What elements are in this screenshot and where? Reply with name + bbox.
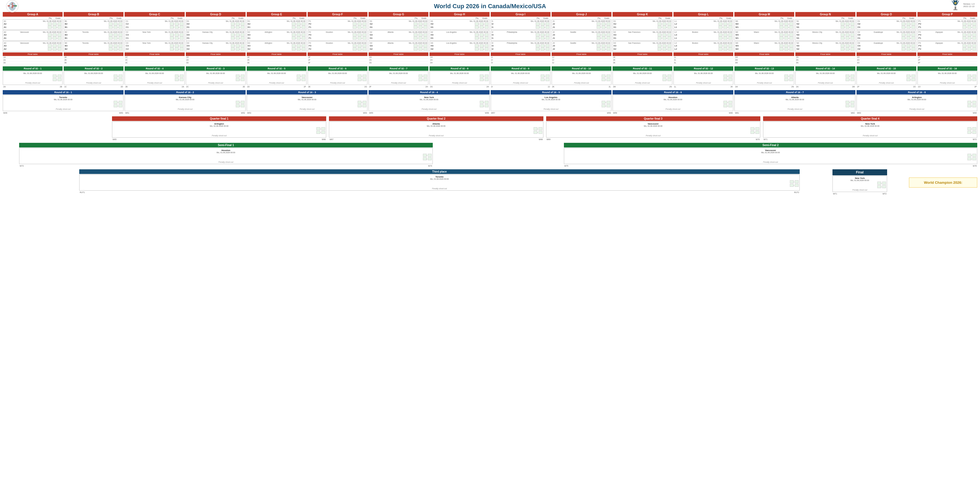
match-box: E3ArlingtonMo, 01.06.2026 00:00E3:-E2:-: [247, 41, 307, 52]
match-box: A1Mo, 01.06.2026 00:00A2:-A1:-: [3, 19, 62, 30]
match-box: L3BostonMo, 01.06.2026 00:00L3:-L2:-: [673, 41, 733, 52]
final-block: FinalNew YorkMo, 01.06.2026 00:00--Penal…: [832, 169, 887, 195]
page: 2 6 World Cup 2026 in Canada/Mexico/USA …: [0, 0, 980, 200]
round-block: Round of 16 - 7AtlantaMo, 01.06.2026 00:…: [734, 90, 855, 114]
group-O: Group OPts.GoalsO1Mo, 01.06.2026 00:00O2…: [856, 12, 916, 64]
svg-point-9: [954, 2, 956, 4]
match-box: J2SeattleMo, 01.06.2026 00:00J3:-J1:-: [552, 30, 611, 41]
match-box: P1Mo, 01.06.2026 00:00P2:-P1:-: [918, 19, 977, 30]
match-box: I1Mo, 01.06.2026 00:00I2:-I1:-: [491, 19, 550, 30]
match-box: F2HoustonMo, 01.06.2026 00:00F3:-F1:-: [308, 30, 368, 41]
group-I: Group IPts.GoalsI1Mo, 01.06.2026 00:00I2…: [491, 12, 550, 64]
round-block: Round of 32 - 5Mo, 01.06.2026 00:00--Pen…: [247, 67, 307, 88]
match-box: O3GuadalupeMo, 01.06.2026 00:00O3:-O2:-: [856, 41, 916, 52]
group-C: Group CPts.GoalsC1Mo, 01.06.2026 00:00C2…: [124, 12, 185, 64]
round-block: Round of 16 - 5Los AngelesMo, 01.06.2026…: [491, 90, 611, 114]
round-block: Round of 32 - 7Mo, 01.06.2026 00:00--Pen…: [369, 67, 428, 88]
version-info: Niclass: 1.0 2022-12-13: [963, 3, 975, 8]
match-box: G2AtlantaMo, 01.06.2026 00:00G3:-G1:-: [369, 30, 428, 41]
match-box: C2New YorkMo, 01.06.2026 00:00C3:-C1:-: [124, 30, 185, 41]
page-title: World Cup 2026 in Canada/Mexico/USA: [434, 3, 546, 10]
match-box: H3Los AngelesMo, 01.06.2026 00:00H3:-H2:…: [430, 41, 489, 52]
match-box: P2ZapopanMo, 01.06.2026 00:00P3:-P1:-: [918, 30, 977, 41]
round-block: Quarter final 4New YorkMo, 01.06.2026 00…: [763, 116, 977, 141]
round-block: Round of 32 - 11Mo, 01.06.2026 00:00--Pe…: [612, 67, 672, 88]
trophy-icon: [950, 0, 961, 13]
svg-rect-4: [8, 5, 10, 6]
match-box: J3SeattleMo, 01.06.2026 00:00J3:-J2:-: [552, 41, 611, 52]
match-box: F1Mo, 01.06.2026 00:00F2:-F1:-: [308, 19, 368, 30]
round-block: Semi-Final 2VancouverMo, 01.06.2026 00:0…: [564, 143, 978, 167]
round-block: Round of 16 - 4New YorkMo, 01.06.2026 00…: [369, 90, 489, 114]
match-box: N1Mo, 01.06.2026 00:00N2:-N1:-: [795, 19, 855, 30]
match-box: N3Mexico CityMo, 01.06.2026 00:00N3:-N2:…: [795, 41, 855, 52]
round32-section: Round of 32 - 1Mo, 01.06.2026 00:00--Pen…: [3, 67, 977, 88]
round-block: Round of 32 - 6Mo, 01.06.2026 00:00--Pen…: [308, 67, 368, 88]
match-box: O2GuadalupeMo, 01.06.2026 00:00O3:-O1:-: [856, 30, 916, 41]
match-box: K3San FranciscoMo, 01.06.2026 00:00K3:-K…: [612, 41, 672, 52]
quarterfinals-section: Quarter final 1ArlingtonMo, 01.06.2026 0…: [3, 116, 977, 141]
round-block: Quarter final 2AtlantaMo, 01.06.2026 00:…: [329, 116, 543, 141]
match-box: L1Mo, 01.06.2026 00:00L2:-L1:-: [673, 19, 733, 30]
match-box: D2Kansas CityMo, 01.06.2026 00:00D3:-D1:…: [186, 30, 246, 41]
round-block: Quarter final 1ArlingtonMo, 01.06.2026 0…: [112, 116, 326, 141]
round-block: Round of 32 - 2Mo, 01.06.2026 00:00--Pen…: [64, 67, 124, 88]
match-box: J1Mo, 01.06.2026 00:00J2:-J1:-: [552, 19, 611, 30]
round-block: Round of 32 - 8Mo, 01.06.2026 00:00--Pen…: [430, 67, 489, 88]
match-box: G1Mo, 01.06.2026 00:00G2:-G1:-: [369, 19, 428, 30]
round-block: Round of 32 - 3Mo, 01.06.2026 00:00--Pen…: [186, 67, 246, 88]
group-M: Group MPts.GoalsM1Mo, 01.06.2026 00:00M2…: [734, 12, 794, 64]
match-box: E1Mo, 01.06.2026 00:00E2:-E1:-: [247, 19, 307, 30]
match-box: C1Mo, 01.06.2026 00:00C2:-C1:-: [124, 19, 185, 30]
match-box: C3New YorkMo, 01.06.2026 00:00C3:-C2:-: [124, 41, 185, 52]
round-block: Round of 32 - 14Mo, 01.06.2026 00:00--Pe…: [795, 67, 855, 88]
match-box: A3VancouverMo, 01.06.2026 00:00A3:-A2:-: [3, 41, 62, 52]
match-box: B3TorontoMo, 01.06.2026 00:00B3:-B2:-: [64, 41, 124, 52]
match-box: N2Mexico CityMo, 01.06.2026 00:00N3:-N1:…: [795, 30, 855, 41]
round-block: Round of 32 - 9Mo, 01.06.2026 00:00--Pen…: [491, 67, 550, 88]
group-D: Group DPts.GoalsD1Mo, 01.06.2026 00:00D2…: [186, 12, 246, 64]
match-box: I3PhiladelphiaMo, 01.06.2026 00:00I3:-I2…: [491, 41, 550, 52]
group-A: Group APts.GoalsA1Mo, 01.06.2026 00:00A2…: [3, 12, 62, 64]
match-box: M2MiamiMo, 01.06.2026 00:00M3:-M1:-: [734, 30, 794, 41]
match-box: B2TorontoMo, 01.06.2026 00:00B3:-B1:-: [64, 30, 124, 41]
round-block: Round of 32 - 15Mo, 01.06.2026 00:00--Pe…: [856, 67, 916, 88]
round-block: Round of 32 - 16Mo, 01.06.2026 00:00--Pe…: [918, 67, 977, 88]
svg-rect-7: [955, 6, 956, 9]
group-K: Group KPts.GoalsK1Mo, 01.06.2026 00:00K2…: [612, 12, 672, 64]
match-box: L2BostonMo, 01.06.2026 00:00L3:-L1:-: [673, 30, 733, 41]
match-box: D1Mo, 01.06.2026 00:00D2:-D1:-: [186, 19, 246, 30]
round-block: Round of 16 - 3VancouverMo, 01.06.2026 0…: [247, 90, 368, 114]
group-F: Group FPts.GoalsF1Mo, 01.06.2026 00:00F2…: [308, 12, 368, 64]
header: 2 6 World Cup 2026 in Canada/Mexico/USA …: [3, 3, 977, 10]
round-block: Semi-Final 1HoustonMo, 01.06.2026 00:00-…: [19, 143, 433, 167]
svg-rect-5: [10, 5, 12, 6]
match-box: B1Mo, 01.06.2026 00:00B2:-B1:-: [64, 19, 124, 30]
round-block: Round of 16 - 1TorontoMo, 01.06.2026 00:…: [3, 90, 124, 114]
round-block: Round of 16 - 8ArlingtonMo, 01.06.2026 0…: [856, 90, 977, 114]
match-box: I2PhiladelphiaMo, 01.06.2026 00:00I3:-I1…: [491, 30, 550, 41]
champion-box: World Champion 2026:: [909, 178, 977, 187]
round-block: Round of 32 - 12Mo, 01.06.2026 00:00--Pe…: [673, 67, 733, 88]
round-block: Round of 16 - 2Kansas CityMo, 01.06.2026…: [124, 90, 245, 114]
svg-rect-8: [953, 9, 958, 10]
match-box: K1Mo, 01.06.2026 00:00K2:-K1:-: [612, 19, 672, 30]
round-block: Round of 32 - 1Mo, 01.06.2026 00:00--Pen…: [3, 67, 62, 88]
round-block: Round of 16 - 6HoustonMo, 01.06.2026 00:…: [612, 90, 733, 114]
group-E: Group EPts.GoalsE1Mo, 01.06.2026 00:00E2…: [247, 12, 307, 64]
svg-rect-6: [12, 5, 14, 6]
match-box: P3ZapopanMo, 01.06.2026 00:00P3:-P2:-: [918, 41, 977, 52]
group-N: Group NPts.GoalsN1Mo, 01.06.2026 00:00N2…: [795, 12, 855, 64]
group-B: Group BPts.GoalsB1Mo, 01.06.2026 00:00B2…: [64, 12, 124, 64]
group-H: Group HPts.GoalsH1Mo, 01.06.2026 00:00H2…: [430, 12, 489, 64]
group-P: Group PPts.GoalsP1Mo, 01.06.2026 00:00P2…: [918, 12, 977, 64]
match-box: M1Mo, 01.06.2026 00:00M2:-M1:-: [734, 19, 794, 30]
match-box: G3AtlantaMo, 01.06.2026 00:00G3:-G2:-: [369, 41, 428, 52]
semis-section: Semi-Final 1HoustonMo, 01.06.2026 00:00-…: [3, 143, 977, 167]
match-box: E2ArlingtonMo, 01.06.2026 00:00E3:-E1:-: [247, 30, 307, 41]
round-block: Round of 32 - 4Mo, 01.06.2026 00:00--Pen…: [124, 67, 185, 88]
match-box: A2VancouverMo, 01.06.2026 00:00A3:-A1:-: [3, 30, 62, 41]
wc-logo-left: 2 6: [5, 0, 19, 13]
round16-section: Round of 16 - 1TorontoMo, 01.06.2026 00:…: [3, 90, 977, 114]
match-box: H2Los AngelesMo, 01.06.2026 00:00H3:-H1:…: [430, 30, 489, 41]
